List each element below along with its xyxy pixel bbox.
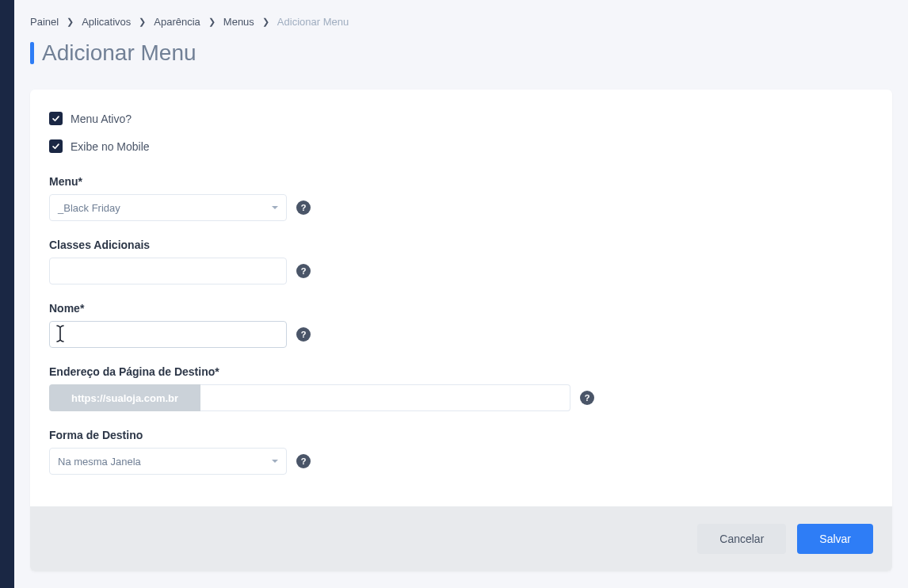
left-nav-bar [0,0,14,588]
breadcrumb-current: Adicionar Menu [277,16,349,28]
menu-select[interactable]: _Black Friday [49,194,287,221]
mobile-show-label: Exibe no Mobile [71,140,150,153]
breadcrumb-aparencia[interactable]: Aparência [154,16,200,28]
menu-select-label: Menu* [49,175,873,188]
chevron-right-icon: ❯ [262,17,269,27]
check-icon [52,142,60,151]
chevron-down-icon [272,206,278,209]
target-label: Forma de Destino [49,429,873,441]
check-icon [52,114,60,123]
name-label: Nome* [49,302,873,315]
save-button[interactable]: Salvar [797,524,873,554]
form-card: Menu Ativo? Exibe no Mobile Menu* _Black [30,90,892,571]
menu-select-value: _Black Friday [58,202,120,214]
title-accent-bar [30,42,34,64]
breadcrumb-painel[interactable]: Painel [30,16,59,28]
url-prefix: https://sualoja.com.br [49,384,200,411]
classes-input[interactable] [49,258,287,284]
help-icon[interactable]: ? [296,327,311,342]
breadcrumb-menus[interactable]: Menus [223,16,254,28]
target-select-value: Na mesma Janela [58,456,141,468]
menu-active-checkbox[interactable] [49,112,63,125]
chevron-right-icon: ❯ [67,17,74,27]
breadcrumb-aplicativos[interactable]: Aplicativos [82,16,131,28]
help-icon[interactable]: ? [296,200,311,215]
page-title: Adicionar Menu [42,40,196,66]
name-input[interactable] [49,321,287,348]
target-select[interactable]: Na mesma Janela [49,448,287,475]
url-input[interactable] [200,384,570,411]
card-footer: Cancelar Salvar [30,506,892,571]
breadcrumb: Painel ❯ Aplicativos ❯ Aparência ❯ Menus… [30,16,892,28]
help-icon[interactable]: ? [580,391,594,405]
help-icon[interactable]: ? [296,264,311,278]
url-label: Endereço da Página de Destino* [49,365,873,378]
classes-label: Classes Adicionais [49,239,873,251]
chevron-down-icon [272,460,278,463]
chevron-right-icon: ❯ [139,17,146,27]
menu-active-label: Menu Ativo? [71,113,132,125]
chevron-right-icon: ❯ [208,17,216,27]
mobile-show-checkbox[interactable] [49,139,63,153]
cancel-button[interactable]: Cancelar [697,524,786,554]
help-icon[interactable]: ? [296,454,311,468]
